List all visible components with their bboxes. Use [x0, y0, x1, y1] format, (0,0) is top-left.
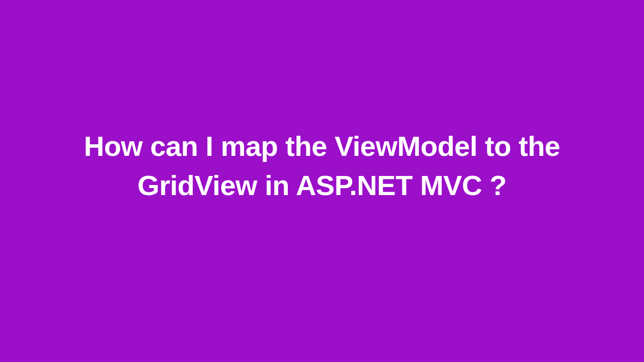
slide-content: How can I map the ViewModel to the GridV… [0, 127, 644, 206]
slide-heading: How can I map the ViewModel to the GridV… [30, 127, 614, 206]
